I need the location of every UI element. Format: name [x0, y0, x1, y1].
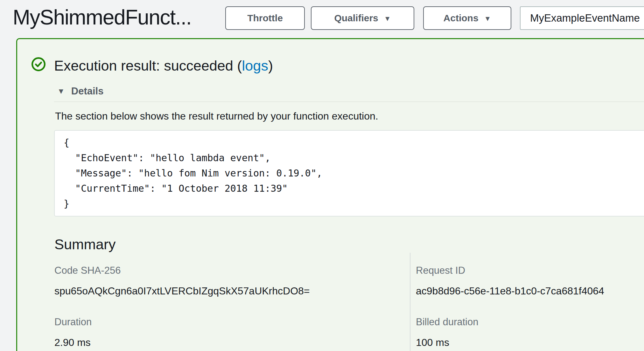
- qualifiers-button-label: Qualifiers: [334, 13, 378, 24]
- code-line: }: [64, 196, 644, 211]
- summary-field-request-id: Request ID ac9b8d96-c56e-11e8-b1c0-c7ca6…: [416, 265, 604, 297]
- code-line: "EchoEvent": "hello lambda event",: [64, 150, 644, 166]
- function-name-title: MyShimmedFunct...: [13, 5, 191, 29]
- execution-result-json: { "EchoEvent": "hello lambda event", "Me…: [54, 130, 644, 217]
- result-heading-suffix: ): [268, 58, 273, 74]
- details-toggle-label: Details: [71, 86, 104, 97]
- field-label: Billed duration: [416, 316, 478, 328]
- summary-field-billed-duration: Billed duration 100 ms: [416, 316, 478, 348]
- test-event-select-value: MyExampleEventName: [530, 12, 640, 24]
- success-check-icon: [31, 57, 46, 72]
- execution-result-heading: Execution result: succeeded (logs): [54, 58, 273, 74]
- lambda-console-screen: MyShimmedFunct... Throttle Qualifiers ▼ …: [0, 0, 644, 351]
- execution-result-panel: Execution result: succeeded (logs) ▼ Det…: [16, 38, 644, 351]
- chevron-down-icon: ▼: [384, 14, 391, 22]
- field-label: Duration: [54, 316, 92, 328]
- code-line: "Message": "hello fom Nim version: 0.19.…: [64, 166, 644, 181]
- code-line: {: [64, 135, 644, 150]
- code-line: "CurrentTime": "1 October 2018 11:39": [64, 181, 644, 196]
- field-value: ac9b8d96-c56e-11e8-b1c0-c7ca681f4064: [416, 285, 604, 297]
- summary-field-duration: Duration 2.90 ms: [54, 316, 92, 348]
- field-value: 2.90 ms: [54, 337, 92, 348]
- summary-heading: Summary: [54, 236, 116, 253]
- logs-link[interactable]: logs: [242, 58, 268, 74]
- field-value: spu65oAQkCgn6a0I7xtLVERCbIZgqSkX57aUKrhc…: [54, 285, 310, 297]
- throttle-button[interactable]: Throttle: [225, 6, 305, 30]
- details-toggle[interactable]: ▼ Details: [57, 86, 103, 97]
- actions-button-label: Actions: [444, 13, 479, 24]
- summary-field-code-sha256: Code SHA-256 spu65oAQkCgn6a0I7xtLVERCbIZ…: [54, 265, 310, 297]
- test-event-select[interactable]: MyExampleEventName: [520, 6, 644, 30]
- field-label: Request ID: [416, 265, 604, 276]
- field-label: Code SHA-256: [54, 265, 310, 276]
- triangle-down-icon: ▼: [57, 87, 65, 95]
- result-heading-prefix: Execution result: succeeded (: [54, 58, 242, 74]
- details-divider: [54, 101, 644, 102]
- field-value: 100 ms: [416, 337, 478, 348]
- result-description: The section below shows the result retur…: [55, 110, 378, 122]
- chevron-down-icon: ▼: [484, 14, 491, 22]
- throttle-button-label: Throttle: [247, 13, 283, 24]
- actions-dropdown-button[interactable]: Actions ▼: [423, 6, 511, 30]
- qualifiers-dropdown-button[interactable]: Qualifiers ▼: [311, 6, 414, 30]
- summary-column-divider: [410, 253, 410, 351]
